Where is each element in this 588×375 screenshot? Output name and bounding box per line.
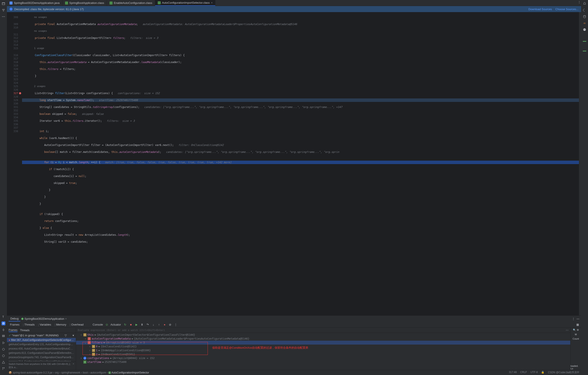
more-actions-icon[interactable]: ⋮	[174, 323, 178, 326]
warning-icon[interactable]	[1, 360, 5, 364]
readonly-icon[interactable]: 🔒	[541, 371, 544, 374]
var-row[interactable]: ›≡ 1 = {OnWebApplicationCondition@5500}	[76, 348, 570, 352]
dropdown-icon[interactable]: ▾	[73, 334, 74, 337]
maven-icon[interactable]: m	[583, 21, 587, 25]
encoding[interactable]: UTF-8	[530, 371, 538, 374]
threads-subtab[interactable]: Threads	[21, 323, 36, 327]
ai-icon[interactable]	[583, 8, 587, 12]
db-icon[interactable]	[1, 334, 5, 338]
debug-icon[interactable]	[1, 322, 5, 325]
more-tabs-icon[interactable]: ⋮	[577, 0, 581, 4]
add-watch-icon[interactable]: +	[566, 329, 567, 332]
run-icon[interactable]	[1, 341, 5, 345]
frames-list: ●filter:367, AutoConfigurationImportSele…	[7, 338, 76, 361]
debug-tab[interactable]: Debug	[9, 316, 20, 322]
step-over-icon[interactable]: ↷	[146, 323, 149, 326]
line-separator[interactable]: CRLF	[520, 371, 527, 374]
download-sources-link[interactable]: Download Sources	[528, 8, 552, 11]
info-text: Decompiled .class file, bytecode version…	[14, 8, 84, 11]
choose-sources-link[interactable]: Choose Sources...	[555, 8, 578, 11]
var-row[interactable]: ›≡ this = {AutoConfigurationImportSelect…	[76, 333, 570, 337]
minimap[interactable]	[579, 12, 581, 315]
frame-row[interactable]: getAutoConfigurationEntry:131, AutoConfi…	[7, 342, 76, 346]
frame-row[interactable]: process:430, AutoConfigurationImportSele…	[7, 346, 76, 351]
watch-m: M	[575, 333, 577, 336]
clock-icon[interactable]	[1, 354, 5, 358]
tab-enableauto-class[interactable]: EnableAutoConfiguration.class	[107, 0, 155, 6]
watch-loaded: loaded. Lo	[570, 365, 581, 370]
commit-icon[interactable]	[1, 328, 5, 332]
var-row[interactable]: ›p configurations = {ArrayList@4044} siz…	[76, 356, 570, 360]
actuator-tab[interactable]: Actuator	[111, 323, 121, 326]
history-icon[interactable]: ▾	[567, 329, 568, 332]
frames-inner-tab[interactable]: Frames	[9, 329, 18, 332]
frames-subtab[interactable]: Frames	[9, 323, 21, 327]
code-editor[interactable]: 308 309310 311312313314315 3163173183193…	[7, 12, 581, 315]
text-icon[interactable]: T	[1, 315, 5, 319]
variables-subtab[interactable]: Variables	[37, 323, 52, 327]
thread-selector[interactable]: ✓ "main"@1 in group "main": RUNNING▽▾	[7, 333, 76, 338]
step-into-icon[interactable]: ↓	[152, 323, 155, 326]
pause-icon[interactable]: ⏸	[140, 323, 144, 326]
tab-app-java[interactable]: SpringBoot302DemoApplication.java	[7, 0, 63, 6]
memory-subtab[interactable]: Memory	[53, 323, 68, 327]
structure-icon[interactable]	[1, 8, 5, 12]
rerun-icon[interactable]: ↻	[124, 323, 127, 326]
more-debug-icon[interactable]: ⋮	[572, 317, 575, 320]
console-tab[interactable]: Console	[93, 323, 103, 326]
svg-rect-11	[2, 336, 5, 337]
watch-count: Count	[573, 337, 579, 340]
frame-row[interactable]: processGroupImports:743, ConfigurationCl…	[7, 355, 76, 359]
svg-point-17	[583, 28, 586, 31]
actuator-icon: ⊙	[106, 323, 108, 326]
left-toolbar: T	[0, 0, 7, 375]
var-row[interactable]: ›f autoConfigurationMetadata = {AutoConf…	[76, 337, 570, 341]
minimize-debug-icon[interactable]: —	[577, 317, 579, 320]
svg-point-2	[4, 9, 5, 10]
variables-panel: Evaluate expression (Enter) or add a wat…	[76, 328, 570, 370]
stop-icon[interactable]: ■	[129, 323, 133, 326]
editor-tabs: SpringBoot302DemoApplication.java Spring…	[7, 0, 581, 6]
evaluate-input[interactable]: Evaluate expression (Enter) or add a wat…	[78, 329, 165, 332]
svg-point-16	[583, 15, 586, 16]
tab-autoconfig-class[interactable]: AutoConfigurationImportSelector.class×	[155, 0, 216, 6]
cursor-position[interactable]: 317:48	[509, 371, 517, 374]
var-row[interactable]: ≡ startTime = 25297401775400	[76, 360, 570, 364]
layout-icon[interactable]: ▦	[576, 323, 579, 326]
frame-row[interactable]: getImports:813, ConfigurationClassParser…	[7, 351, 76, 355]
close-debug-config-icon[interactable]: ×	[65, 317, 67, 320]
close-icon[interactable]: ×	[211, 1, 213, 4]
filter-icon[interactable]: ▽	[65, 334, 67, 337]
database-icon[interactable]	[583, 15, 587, 19]
var-row[interactable]: ›≡ 0 = {OnClassCondition@5142}	[76, 345, 570, 348]
watch-panel: 🔍⚙ M Count loaded. Lo	[570, 328, 581, 370]
vcs-icon[interactable]	[1, 367, 5, 371]
breakpoints-icon[interactable]: ●	[163, 323, 166, 326]
frame-row[interactable]: process:714, ConfigurationClassParser$De…	[7, 359, 76, 361]
stop-icon[interactable]	[1, 347, 5, 351]
leaf-icon: ⬢	[21, 317, 23, 320]
search-icon[interactable]: 🔍	[573, 329, 576, 331]
step-out-icon[interactable]: ↑	[157, 323, 161, 326]
frames-hint: Switch frames from anywhere in the IDE w…	[9, 363, 73, 369]
threads-inner-tab[interactable]: Threads	[20, 329, 30, 332]
gear-icon[interactable]: ⚙	[577, 329, 579, 331]
variables-tree: 借助是否满足@ConditionOnXxx自动配置的过滤，保留符合条件的自动配置…	[76, 333, 570, 370]
svg-point-5	[3, 16, 4, 17]
jar-icon: 📦	[9, 371, 12, 374]
notifications-icon[interactable]	[583, 2, 587, 6]
project-icon[interactable]	[1, 2, 5, 6]
var-row[interactable]: ›≡ 2 = {OnBeanCondition@5501}	[76, 352, 570, 356]
resume-icon[interactable]: ▶	[135, 323, 138, 326]
more-icon[interactable]	[1, 15, 5, 19]
tab-springboot-class[interactable]: SpringBootApplication.class	[63, 0, 107, 6]
breadcrumb[interactable]: 📦 spring-boot-autoconfigure-3.2.3.jar or…	[9, 371, 149, 374]
close-hint-icon[interactable]: ×	[73, 363, 74, 369]
overhead-subtab[interactable]: Overhead	[68, 323, 85, 327]
copilot-icon[interactable]	[583, 28, 587, 31]
var-row[interactable]: ⌄f filters = {ArrayList@5145} size = 3	[76, 341, 570, 345]
frame-row[interactable]: ●filter:367, AutoConfigurationImportSele…	[7, 338, 76, 342]
mute-icon[interactable]: ⊘	[168, 323, 172, 326]
statusbar: 📦 spring-boot-autoconfigure-3.2.3.jar or…	[7, 370, 581, 375]
decompiled-info-bar: iDecompiled .class file, bytecode versio…	[7, 6, 581, 12]
